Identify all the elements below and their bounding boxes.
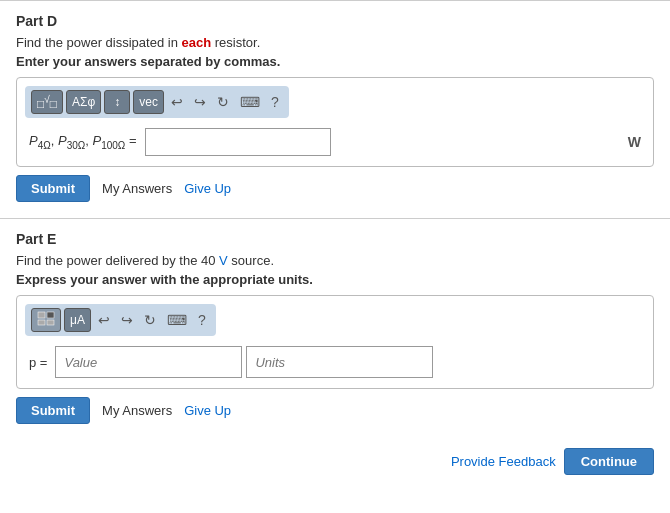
part-e-give-up-link[interactable]: Give Up: [184, 403, 231, 418]
part-d-title: Part D: [16, 13, 654, 29]
arrows-button[interactable]: ↕: [104, 90, 130, 114]
svg-rect-2: [38, 320, 45, 325]
part-e-input-label: p =: [29, 355, 47, 370]
value-input[interactable]: [55, 346, 242, 378]
matrix-sqrt-button[interactable]: □√□: [31, 90, 63, 114]
part-d-my-answers-link[interactable]: My Answers: [102, 181, 172, 196]
part-e-section: Part E Find the power delivered by the 4…: [0, 218, 670, 440]
part-d-give-up-link[interactable]: Give Up: [184, 181, 231, 196]
part-e-title: Part E: [16, 231, 654, 247]
unit-icon: μΑ: [70, 313, 85, 327]
redo-button[interactable]: ↪: [190, 90, 210, 114]
part-e-bold-instruction: Express your answer with the appropriate…: [16, 272, 654, 287]
part-e-redo-button[interactable]: ↪: [117, 308, 137, 332]
vec-icon: vec: [139, 95, 158, 109]
help-icon-d: ?: [271, 94, 279, 110]
part-d-submit-button[interactable]: Submit: [16, 175, 90, 202]
help-button-d[interactable]: ?: [267, 90, 283, 114]
footer-row: Provide Feedback Continue: [0, 440, 670, 483]
part-e-instruction: Find the power delivered by the 40 V sou…: [16, 253, 654, 268]
part-e-matrix-button[interactable]: [31, 308, 61, 332]
redo-icon: ↪: [194, 94, 206, 110]
highlight-each: each: [181, 35, 211, 50]
part-e-input-row: p =: [25, 344, 645, 380]
part-e-undo-button[interactable]: ↩: [94, 308, 114, 332]
provide-feedback-link[interactable]: Provide Feedback: [451, 454, 556, 469]
vec-button[interactable]: vec: [133, 90, 164, 114]
help-icon-e: ?: [198, 312, 206, 328]
voltage-value: V: [219, 253, 228, 268]
part-d-wolfram-w: W: [628, 134, 641, 150]
part-e-toolbar: μΑ ↩ ↪ ↻ ⌨ ?: [25, 304, 216, 336]
part-d-input-row: P4Ω, P30Ω, P100Ω = W: [25, 126, 645, 158]
part-e-redo-icon: ↪: [121, 312, 133, 328]
part-e-keyboard-button[interactable]: ⌨: [163, 308, 191, 332]
part-e-my-answers-link[interactable]: My Answers: [102, 403, 172, 418]
part-d-answer-box: □√□ ΑΣφ ↕ vec ↩ ↪ ↻ ⌨ ?: [16, 77, 654, 167]
matrix-sqrt-icon: □√□: [37, 94, 57, 111]
arrows-icon: ↕: [114, 95, 120, 109]
part-e-keyboard-icon: ⌨: [167, 312, 187, 328]
part-e-submit-button[interactable]: Submit: [16, 397, 90, 424]
part-d-input-label: P4Ω, P30Ω, P100Ω =: [29, 133, 137, 151]
keyboard-button[interactable]: ⌨: [236, 90, 264, 114]
refresh-icon: ↻: [217, 94, 229, 110]
part-d-math-input[interactable]: [145, 128, 331, 156]
matrix-icon: [37, 311, 55, 329]
undo-button[interactable]: ↩: [167, 90, 187, 114]
continue-button[interactable]: Continue: [564, 448, 654, 475]
svg-rect-0: [38, 312, 45, 318]
undo-icon: ↩: [171, 94, 183, 110]
greek-icon: ΑΣφ: [72, 95, 95, 109]
greek-symbols-button[interactable]: ΑΣφ: [66, 90, 101, 114]
value-units-row: [55, 346, 433, 378]
part-d-section: Part D Find the power dissipated in each…: [0, 0, 670, 218]
part-d-instruction: Find the power dissipated in each resist…: [16, 35, 654, 50]
svg-rect-1: [47, 312, 54, 318]
part-e-refresh-icon: ↻: [144, 312, 156, 328]
refresh-button[interactable]: ↻: [213, 90, 233, 114]
part-d-bold-instruction: Enter your answers separated by commas.: [16, 54, 654, 69]
help-button-e[interactable]: ?: [194, 308, 210, 332]
part-d-action-row: Submit My Answers Give Up: [16, 175, 654, 202]
part-e-unit-button[interactable]: μΑ: [64, 308, 91, 332]
part-e-refresh-button[interactable]: ↻: [140, 308, 160, 332]
part-e-undo-icon: ↩: [98, 312, 110, 328]
units-input[interactable]: [246, 346, 433, 378]
part-e-answer-box: μΑ ↩ ↪ ↻ ⌨ ? p =: [16, 295, 654, 389]
part-d-toolbar: □√□ ΑΣφ ↕ vec ↩ ↪ ↻ ⌨ ?: [25, 86, 289, 118]
svg-rect-3: [47, 320, 54, 325]
part-e-action-row: Submit My Answers Give Up: [16, 397, 654, 424]
keyboard-icon: ⌨: [240, 94, 260, 110]
